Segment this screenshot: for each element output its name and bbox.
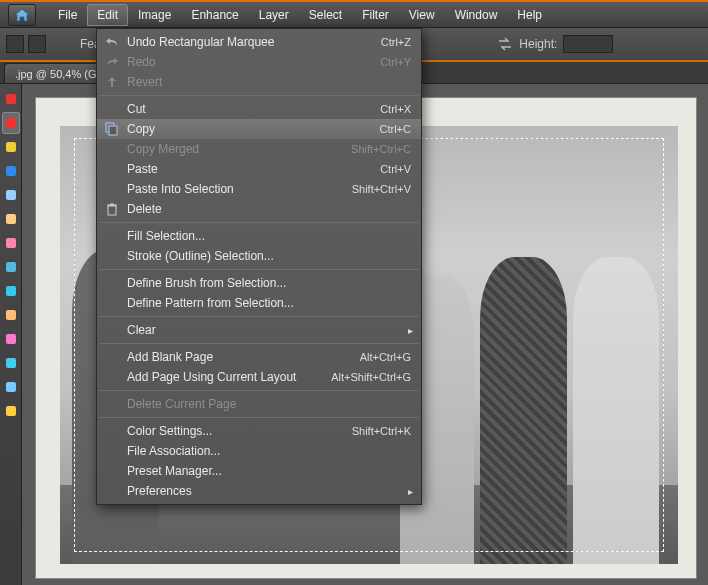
menu-item-define-pattern-from-selection[interactable]: Define Pattern from Selection...: [97, 293, 421, 313]
menu-item-label: Copy Merged: [123, 142, 351, 156]
menu-item-color-settings[interactable]: Color Settings...Shift+Ctrl+K: [97, 421, 421, 441]
tool-strip: [0, 84, 22, 585]
menu-item-shortcut: Shift+Ctrl+V: [352, 183, 411, 195]
eyedropper-icon: [5, 213, 17, 225]
menubar: FileEditImageEnhanceLayerSelectFilterVie…: [0, 2, 708, 28]
tool-preset-button[interactable]: [6, 35, 24, 53]
tool-crop[interactable]: [2, 184, 20, 206]
tool-gradient[interactable]: [2, 352, 20, 374]
svg-rect-6: [6, 238, 16, 248]
menu-item-revert: Revert: [97, 72, 421, 92]
menu-item-label: Add Page Using Current Layout: [123, 370, 331, 384]
menu-item-shortcut: Alt+Ctrl+G: [360, 351, 411, 363]
menu-item-stroke-outline-selection[interactable]: Stroke (Outline) Selection...: [97, 246, 421, 266]
menu-item-fill-selection[interactable]: Fill Selection...: [97, 226, 421, 246]
menu-item-cut[interactable]: CutCtrl+X: [97, 99, 421, 119]
svg-rect-12: [6, 382, 16, 392]
menu-item-copy[interactable]: CopyCtrl+C: [97, 119, 421, 139]
menu-item-shortcut: Ctrl+Y: [380, 56, 411, 68]
menu-item-delete[interactable]: Delete: [97, 199, 421, 219]
menu-item-label: Copy: [123, 122, 380, 136]
tool-move[interactable]: [2, 88, 20, 110]
height-input[interactable]: [563, 35, 613, 53]
tool-wand[interactable]: [2, 160, 20, 182]
menu-item-label: Revert: [123, 75, 411, 89]
svg-rect-1: [6, 118, 16, 128]
tool-eraser[interactable]: [2, 304, 20, 326]
menu-item-preferences[interactable]: Preferences: [97, 481, 421, 501]
menu-window[interactable]: Window: [445, 4, 508, 26]
menu-item-label: File Association...: [123, 444, 411, 458]
trash-icon: [106, 203, 118, 216]
menu-separator: [99, 269, 419, 270]
menu-item-add-blank-page[interactable]: Add Blank PageAlt+Ctrl+G: [97, 347, 421, 367]
menu-item-paste[interactable]: PasteCtrl+V: [97, 159, 421, 179]
menu-item-label: Define Brush from Selection...: [123, 276, 411, 290]
menu-item-label: Undo Rectangular Marquee: [123, 35, 381, 49]
menu-item-paste-into-selection[interactable]: Paste Into SelectionShift+Ctrl+V: [97, 179, 421, 199]
menu-item-shortcut: Ctrl+C: [380, 123, 411, 135]
clone-icon: [5, 285, 17, 297]
menu-item-label: Preset Manager...: [123, 464, 411, 478]
tool-brush[interactable]: [2, 256, 20, 278]
tool-clone[interactable]: [2, 280, 20, 302]
tool-eyedropper[interactable]: [2, 208, 20, 230]
menu-select[interactable]: Select: [299, 4, 352, 26]
crop-icon: [5, 189, 17, 201]
svg-rect-15: [109, 126, 117, 135]
menu-help[interactable]: Help: [507, 4, 552, 26]
menu-item-clear[interactable]: Clear: [97, 320, 421, 340]
document-tab[interactable]: .jpg @ 50,4% (G: [4, 63, 107, 83]
menu-edit[interactable]: Edit: [87, 4, 128, 26]
menu-item-label: Fill Selection...: [123, 229, 411, 243]
tool-lasso[interactable]: [2, 136, 20, 158]
menu-item-file-association[interactable]: File Association...: [97, 441, 421, 461]
menu-item-shortcut: Ctrl+V: [380, 163, 411, 175]
sponge-icon: [5, 405, 17, 417]
svg-rect-11: [6, 358, 16, 368]
svg-rect-2: [6, 142, 16, 152]
menu-item-undo-rectangular-marquee[interactable]: Undo Rectangular MarqueeCtrl+Z: [97, 32, 421, 52]
menu-item-label: Redo: [123, 55, 380, 69]
menu-item-shortcut: Shift+Ctrl+C: [351, 143, 411, 155]
menu-item-shortcut: Ctrl+X: [380, 103, 411, 115]
menu-separator: [99, 222, 419, 223]
menu-separator: [99, 417, 419, 418]
menu-image[interactable]: Image: [128, 4, 181, 26]
svg-rect-3: [6, 166, 16, 176]
menu-item-add-page-using-current-layout[interactable]: Add Page Using Current LayoutAlt+Shift+C…: [97, 367, 421, 387]
menu-item-define-brush-from-selection[interactable]: Define Brush from Selection...: [97, 273, 421, 293]
revert-icon: [106, 76, 118, 88]
swap-icon[interactable]: [497, 36, 513, 52]
home-button[interactable]: [8, 4, 36, 26]
menu-layer[interactable]: Layer: [249, 4, 299, 26]
gradient-icon: [5, 357, 17, 369]
redo-icon: [105, 56, 119, 68]
svg-rect-7: [6, 262, 16, 272]
menu-item-redo: RedoCtrl+Y: [97, 52, 421, 72]
menu-item-label: Paste Into Selection: [123, 182, 352, 196]
tool-mode-button[interactable]: [28, 35, 46, 53]
menu-filter[interactable]: Filter: [352, 4, 399, 26]
tool-sponge[interactable]: [2, 400, 20, 422]
menu-item-preset-manager[interactable]: Preset Manager...: [97, 461, 421, 481]
undo-icon: [105, 36, 119, 48]
tool-blur[interactable]: [2, 376, 20, 398]
menu-item-delete-current-page: Delete Current Page: [97, 394, 421, 414]
menu-file[interactable]: File: [48, 4, 87, 26]
tool-heal[interactable]: [2, 232, 20, 254]
heal-icon: [5, 237, 17, 249]
menu-item-label: Define Pattern from Selection...: [123, 296, 411, 310]
tool-fill[interactable]: [2, 328, 20, 350]
menu-enhance[interactable]: Enhance: [181, 4, 248, 26]
marquee-icon: [5, 117, 17, 129]
menu-item-shortcut: Alt+Shift+Ctrl+G: [331, 371, 411, 383]
svg-rect-0: [6, 94, 16, 104]
svg-rect-8: [6, 286, 16, 296]
height-label: Height:: [519, 37, 557, 51]
edit-menu-dropdown: Undo Rectangular MarqueeCtrl+ZRedoCtrl+Y…: [96, 28, 422, 505]
menu-view[interactable]: View: [399, 4, 445, 26]
wand-icon: [5, 165, 17, 177]
menu-item-label: Cut: [123, 102, 380, 116]
tool-marquee[interactable]: [2, 112, 20, 134]
